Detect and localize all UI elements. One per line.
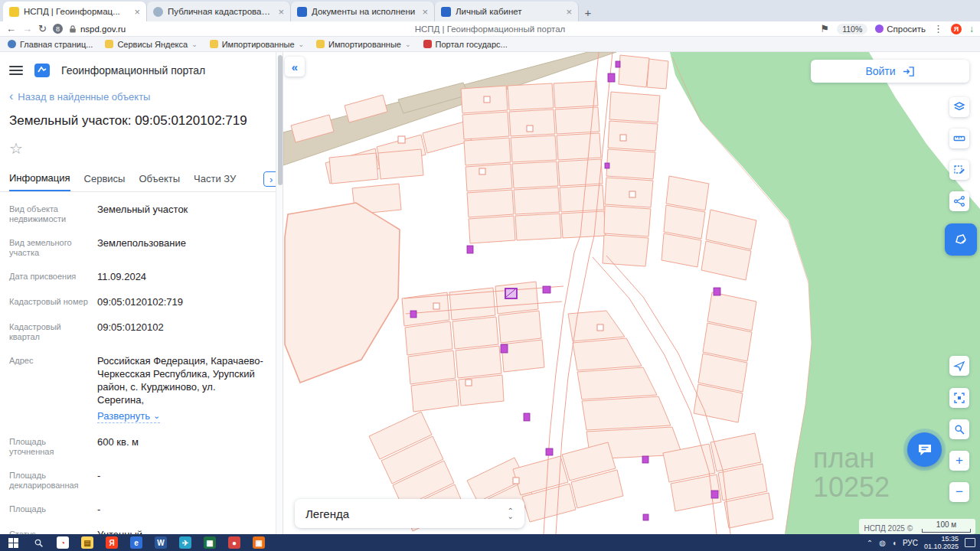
locate-icon	[953, 360, 965, 372]
field-label: Статус	[9, 528, 90, 534]
layers-icon	[953, 101, 965, 113]
tab-services[interactable]: Сервисы	[84, 173, 126, 191]
favorite-star-icon[interactable]: ☆	[9, 140, 23, 157]
bookmark-label: Импортированные	[222, 40, 295, 49]
close-tab-icon[interactable]: ×	[278, 7, 284, 17]
browser-menu-icon[interactable]: ⋮	[933, 24, 943, 34]
tab-title: НСПД | Геоинформац...	[24, 7, 129, 16]
bookmark-folder-imported-2[interactable]: Импортированные ⌄	[316, 40, 410, 49]
chat-fab-button[interactable]	[907, 432, 942, 467]
taskbar-search-button[interactable]	[26, 534, 51, 551]
browser-tab-4[interactable]: Личный кабинет ×	[435, 2, 579, 21]
menu-burger-icon[interactable]	[9, 66, 23, 75]
overview-button[interactable]	[949, 388, 969, 408]
field-row: Площадь -	[9, 497, 265, 522]
tab-information[interactable]: Информация	[9, 172, 70, 191]
folder-icon	[316, 40, 325, 48]
measure-area-icon	[953, 164, 965, 176]
yandex-browser-icon[interactable]: Я	[951, 24, 962, 34]
tray-sound-icon[interactable]: ◖	[892, 539, 897, 547]
close-tab-icon[interactable]: ×	[566, 7, 572, 17]
field-row: Дата присвоения 11.09.2024	[9, 264, 265, 289]
tab-objects[interactable]: Объекты	[139, 173, 180, 191]
field-value: Земельный участок	[97, 203, 265, 224]
nav-forward-button[interactable]: →	[22, 24, 32, 34]
taskbar-app-folder[interactable]: ▤	[75, 534, 100, 551]
ruler-button[interactable]	[949, 129, 969, 148]
chevron-down-icon: ⌄	[405, 41, 411, 48]
url-box[interactable]: nspd.gov.ru	[69, 24, 161, 34]
pkk-favicon	[153, 7, 163, 17]
chevron-down-icon: ⌄	[191, 41, 198, 48]
tab-parts[interactable]: Части ЗУ	[194, 173, 236, 191]
locate-me-button[interactable]	[949, 356, 969, 376]
field-row: Кадастровый квартал 09:05:0120102	[9, 315, 265, 348]
bookmarks-bar: Главная страниц... Сервисы Яндекса ⌄ Имп…	[0, 37, 980, 52]
browser-tab-1[interactable]: НСПД | Геоинформац... ×	[3, 2, 147, 21]
bookmark-gosuslugi[interactable]: Портал государс...	[423, 40, 508, 49]
taskbar-clock[interactable]: 15:35 01.10.2025	[924, 535, 959, 550]
map-canvas[interactable]	[283, 52, 980, 534]
expand-address-link[interactable]: Развернуть ⌄	[97, 409, 160, 423]
extension-icon[interactable]: 8	[53, 24, 63, 34]
tabs-scroll-next-button[interactable]: ›	[263, 171, 276, 187]
field-value: Землепользование	[97, 236, 265, 258]
attribute-list: Вид объекта недвижимости Земельный участ…	[0, 192, 276, 534]
system-tray: ⌃ ◍ ◖ РУС 15:35 01.10.2025	[867, 534, 980, 551]
zoom-out-button[interactable]: −	[949, 482, 969, 502]
close-tab-icon[interactable]: ×	[422, 7, 428, 17]
action-center-icon[interactable]	[965, 538, 975, 547]
address-text: Российская Федерация, Карачаево-Черкесск…	[97, 355, 263, 406]
taskbar-app-mail[interactable]: ●	[222, 534, 247, 551]
downloads-icon[interactable]: ↓	[969, 24, 974, 34]
layers-button[interactable]	[949, 97, 969, 117]
date: 01.10.2025	[924, 543, 959, 550]
back-to-results-link[interactable]: ‹ Назад в найденные объекты	[0, 86, 276, 107]
ask-alice-button[interactable]: Спросить	[875, 24, 926, 34]
zoom-in-button[interactable]: +	[949, 451, 969, 471]
taskbar-app-edge[interactable]: e	[124, 534, 149, 551]
tray-chevron-icon[interactable]: ⌃	[867, 539, 873, 547]
scale-bar: 100 м	[922, 520, 971, 533]
bookmark-home[interactable]: Главная страниц...	[8, 40, 93, 49]
browser-tab-2[interactable]: Публичная кадастровая к... ×	[147, 2, 291, 21]
bookmark-flag-icon[interactable]: ⚑	[821, 24, 830, 34]
measure-area-button[interactable]	[949, 160, 969, 180]
zoom-level-badge[interactable]: 110%	[837, 24, 867, 34]
tray-network-icon[interactable]: ◍	[879, 539, 886, 547]
search-area-button[interactable]	[949, 419, 969, 439]
collapse-panel-button[interactable]: «	[285, 57, 305, 77]
new-tab-button[interactable]: +	[579, 3, 597, 21]
field-value: Российская Федерация, Карачаево-Черкесск…	[97, 354, 265, 423]
login-icon	[902, 66, 915, 77]
login-button[interactable]: Войти	[811, 60, 969, 83]
legend-bar[interactable]: Легенда ⌃ ⌄	[295, 499, 524, 528]
field-row: Статус Учтенный	[9, 522, 265, 534]
close-tab-icon[interactable]: ×	[134, 7, 140, 17]
taskbar-app-word[interactable]: W	[149, 534, 173, 551]
selected-parcel[interactable]	[505, 289, 517, 298]
share-button[interactable]	[949, 191, 969, 211]
draw-on-map-button[interactable]	[945, 223, 977, 256]
map-area[interactable]: план 10252 « Войти	[283, 52, 980, 534]
taskbar-app-1[interactable]: ◔	[51, 534, 75, 551]
field-label: Площадь	[9, 503, 90, 516]
language-indicator[interactable]: РУС	[903, 539, 918, 547]
bookmark-folder-imported-1[interactable]: Импортированные ⌄	[210, 40, 304, 49]
reload-button[interactable]: ↻	[38, 24, 47, 34]
taskbar-app-yandex[interactable]: Я	[100, 534, 124, 551]
ruler-icon	[953, 132, 965, 145]
scrollbar-thumb[interactable]	[278, 55, 283, 185]
browser-tab-3[interactable]: Документы на исполнени ×	[291, 2, 435, 21]
legend-toggle-icon[interactable]: ⌃ ⌄	[508, 508, 514, 519]
panel-scrollbar[interactable]	[276, 52, 283, 534]
taskbar-app-telegram[interactable]: ✈	[173, 534, 198, 551]
bookmark-folder-yandex[interactable]: Сервисы Яндекса ⌄	[105, 40, 197, 49]
taskbar-app-store[interactable]: ▣	[247, 534, 271, 551]
taskbar-app-sheets[interactable]: ▦	[198, 534, 222, 551]
start-button[interactable]	[0, 534, 26, 551]
ask-label: Спросить	[887, 24, 926, 34]
nav-back-button[interactable]: ←	[6, 24, 16, 34]
field-label: Адрес	[9, 354, 90, 423]
bookmark-label: Сервисы Яндекса	[117, 40, 188, 49]
